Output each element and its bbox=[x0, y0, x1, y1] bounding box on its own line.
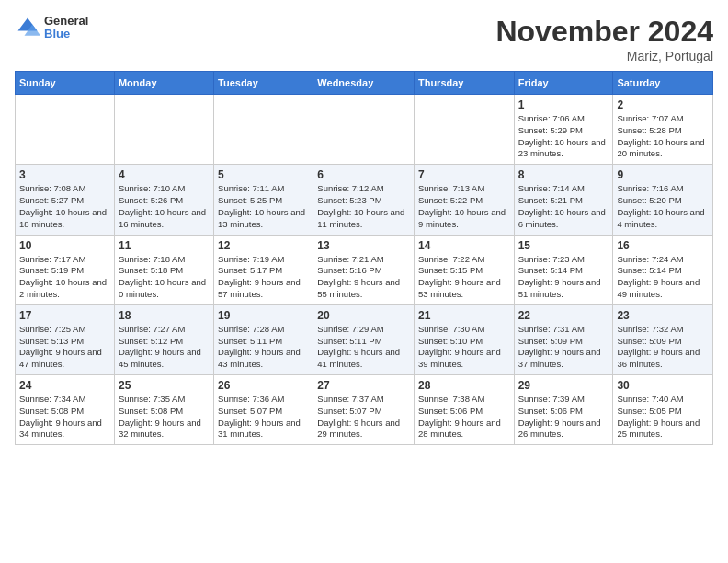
calendar-cell: 22Sunrise: 7:31 AM Sunset: 5:09 PM Dayli… bbox=[514, 304, 613, 374]
location: Mariz, Portugal bbox=[495, 49, 713, 63]
calendar-cell bbox=[214, 95, 313, 165]
day-number: 20 bbox=[317, 309, 410, 322]
day-info: Sunrise: 7:23 AM Sunset: 5:14 PM Dayligh… bbox=[518, 254, 609, 301]
logo-icon bbox=[15, 15, 40, 40]
day-number: 14 bbox=[418, 239, 510, 252]
day-info: Sunrise: 7:18 AM Sunset: 5:18 PM Dayligh… bbox=[119, 254, 210, 301]
calendar-body: 1Sunrise: 7:06 AM Sunset: 5:29 PM Daylig… bbox=[16, 95, 713, 445]
day-number: 29 bbox=[518, 379, 609, 392]
day-number: 6 bbox=[317, 168, 410, 181]
day-info: Sunrise: 7:08 AM Sunset: 5:27 PM Dayligh… bbox=[19, 183, 110, 230]
week-row-1: 1Sunrise: 7:06 AM Sunset: 5:29 PM Daylig… bbox=[16, 95, 713, 165]
day-number: 5 bbox=[218, 168, 309, 181]
day-info: Sunrise: 7:07 AM Sunset: 5:28 PM Dayligh… bbox=[617, 113, 709, 160]
calendar-cell: 24Sunrise: 7:34 AM Sunset: 5:08 PM Dayli… bbox=[16, 375, 115, 445]
calendar-cell: 30Sunrise: 7:40 AM Sunset: 5:05 PM Dayli… bbox=[613, 375, 713, 445]
calendar-cell: 11Sunrise: 7:18 AM Sunset: 5:18 PM Dayli… bbox=[114, 235, 213, 304]
calendar-cell: 5Sunrise: 7:11 AM Sunset: 5:25 PM Daylig… bbox=[214, 165, 313, 235]
logo-text: General Blue bbox=[44, 15, 88, 41]
day-number: 23 bbox=[617, 309, 709, 322]
calendar-cell: 15Sunrise: 7:23 AM Sunset: 5:14 PM Dayli… bbox=[514, 235, 613, 304]
calendar-cell: 19Sunrise: 7:28 AM Sunset: 5:11 PM Dayli… bbox=[214, 304, 313, 374]
day-info: Sunrise: 7:17 AM Sunset: 5:19 PM Dayligh… bbox=[19, 254, 110, 301]
day-number: 10 bbox=[19, 239, 110, 252]
day-info: Sunrise: 7:16 AM Sunset: 5:20 PM Dayligh… bbox=[617, 183, 709, 230]
calendar-cell: 27Sunrise: 7:37 AM Sunset: 5:07 PM Dayli… bbox=[313, 375, 415, 445]
calendar-cell: 3Sunrise: 7:08 AM Sunset: 5:27 PM Daylig… bbox=[16, 165, 115, 235]
week-row-4: 17Sunrise: 7:25 AM Sunset: 5:13 PM Dayli… bbox=[16, 304, 713, 374]
day-info: Sunrise: 7:06 AM Sunset: 5:29 PM Dayligh… bbox=[518, 113, 609, 160]
day-number: 1 bbox=[518, 98, 609, 111]
calendar-cell: 28Sunrise: 7:38 AM Sunset: 5:06 PM Dayli… bbox=[414, 375, 514, 445]
weekday-header-thursday: Thursday bbox=[414, 72, 514, 95]
day-info: Sunrise: 7:19 AM Sunset: 5:17 PM Dayligh… bbox=[218, 254, 309, 301]
day-number: 24 bbox=[19, 379, 110, 392]
calendar-cell bbox=[414, 95, 514, 165]
day-number: 13 bbox=[317, 239, 410, 252]
day-info: Sunrise: 7:36 AM Sunset: 5:07 PM Dayligh… bbox=[218, 394, 309, 441]
day-number: 22 bbox=[518, 309, 609, 322]
day-number: 21 bbox=[418, 309, 510, 322]
day-info: Sunrise: 7:31 AM Sunset: 5:09 PM Dayligh… bbox=[518, 324, 609, 371]
day-info: Sunrise: 7:24 AM Sunset: 5:14 PM Dayligh… bbox=[617, 254, 709, 301]
day-info: Sunrise: 7:12 AM Sunset: 5:23 PM Dayligh… bbox=[317, 183, 410, 230]
day-number: 9 bbox=[617, 168, 709, 181]
weekday-header-monday: Monday bbox=[114, 72, 213, 95]
calendar-cell bbox=[114, 95, 213, 165]
day-number: 28 bbox=[418, 379, 510, 392]
day-number: 4 bbox=[119, 168, 210, 181]
calendar-cell: 17Sunrise: 7:25 AM Sunset: 5:13 PM Dayli… bbox=[16, 304, 115, 374]
day-number: 18 bbox=[119, 309, 210, 322]
day-number: 7 bbox=[418, 168, 510, 181]
day-info: Sunrise: 7:28 AM Sunset: 5:11 PM Dayligh… bbox=[218, 324, 309, 371]
day-info: Sunrise: 7:22 AM Sunset: 5:15 PM Dayligh… bbox=[418, 254, 510, 301]
week-row-2: 3Sunrise: 7:08 AM Sunset: 5:27 PM Daylig… bbox=[16, 165, 713, 235]
weekday-header-sunday: Sunday bbox=[16, 72, 115, 95]
calendar-cell: 9Sunrise: 7:16 AM Sunset: 5:20 PM Daylig… bbox=[613, 165, 713, 235]
day-info: Sunrise: 7:39 AM Sunset: 5:06 PM Dayligh… bbox=[518, 394, 609, 441]
title-block: November 2024 Mariz, Portugal bbox=[495, 15, 713, 63]
day-info: Sunrise: 7:27 AM Sunset: 5:12 PM Dayligh… bbox=[119, 324, 210, 371]
calendar-cell: 10Sunrise: 7:17 AM Sunset: 5:19 PM Dayli… bbox=[16, 235, 115, 304]
calendar-cell bbox=[16, 95, 115, 165]
calendar-table: SundayMondayTuesdayWednesdayThursdayFrid… bbox=[15, 71, 713, 445]
calendar-cell bbox=[313, 95, 415, 165]
calendar-cell: 21Sunrise: 7:30 AM Sunset: 5:10 PM Dayli… bbox=[414, 304, 514, 374]
day-number: 3 bbox=[19, 168, 110, 181]
calendar-cell: 6Sunrise: 7:12 AM Sunset: 5:23 PM Daylig… bbox=[313, 165, 415, 235]
day-number: 26 bbox=[218, 379, 309, 392]
weekday-header-friday: Friday bbox=[514, 72, 613, 95]
day-number: 30 bbox=[617, 379, 709, 392]
day-info: Sunrise: 7:35 AM Sunset: 5:08 PM Dayligh… bbox=[119, 394, 210, 441]
day-info: Sunrise: 7:38 AM Sunset: 5:06 PM Dayligh… bbox=[418, 394, 510, 441]
day-info: Sunrise: 7:32 AM Sunset: 5:09 PM Dayligh… bbox=[617, 324, 709, 371]
calendar-cell: 1Sunrise: 7:06 AM Sunset: 5:29 PM Daylig… bbox=[514, 95, 613, 165]
weekday-header-wednesday: Wednesday bbox=[313, 72, 415, 95]
calendar-cell: 26Sunrise: 7:36 AM Sunset: 5:07 PM Dayli… bbox=[214, 375, 313, 445]
day-info: Sunrise: 7:29 AM Sunset: 5:11 PM Dayligh… bbox=[317, 324, 410, 371]
day-info: Sunrise: 7:34 AM Sunset: 5:08 PM Dayligh… bbox=[19, 394, 110, 441]
day-info: Sunrise: 7:30 AM Sunset: 5:10 PM Dayligh… bbox=[418, 324, 510, 371]
day-number: 12 bbox=[218, 239, 309, 252]
page-header: General Blue November 2024 Mariz, Portug… bbox=[15, 15, 713, 63]
week-row-3: 10Sunrise: 7:17 AM Sunset: 5:19 PM Dayli… bbox=[16, 235, 713, 304]
day-info: Sunrise: 7:21 AM Sunset: 5:16 PM Dayligh… bbox=[317, 254, 410, 301]
day-number: 27 bbox=[317, 379, 410, 392]
weekday-header-tuesday: Tuesday bbox=[214, 72, 313, 95]
day-info: Sunrise: 7:37 AM Sunset: 5:07 PM Dayligh… bbox=[317, 394, 410, 441]
day-number: 2 bbox=[617, 98, 709, 111]
calendar-cell: 2Sunrise: 7:07 AM Sunset: 5:28 PM Daylig… bbox=[613, 95, 713, 165]
calendar-cell: 18Sunrise: 7:27 AM Sunset: 5:12 PM Dayli… bbox=[114, 304, 213, 374]
calendar-header: SundayMondayTuesdayWednesdayThursdayFrid… bbox=[16, 72, 713, 95]
logo-general: General bbox=[44, 15, 88, 28]
day-number: 17 bbox=[19, 309, 110, 322]
day-info: Sunrise: 7:11 AM Sunset: 5:25 PM Dayligh… bbox=[218, 183, 309, 230]
day-info: Sunrise: 7:13 AM Sunset: 5:22 PM Dayligh… bbox=[418, 183, 510, 230]
logo-blue: Blue bbox=[44, 28, 88, 40]
day-info: Sunrise: 7:14 AM Sunset: 5:21 PM Dayligh… bbox=[518, 183, 609, 230]
day-number: 19 bbox=[218, 309, 309, 322]
day-info: Sunrise: 7:10 AM Sunset: 5:26 PM Dayligh… bbox=[119, 183, 210, 230]
calendar-cell: 16Sunrise: 7:24 AM Sunset: 5:14 PM Dayli… bbox=[613, 235, 713, 304]
month-title: November 2024 bbox=[495, 15, 713, 49]
calendar-cell: 23Sunrise: 7:32 AM Sunset: 5:09 PM Dayli… bbox=[613, 304, 713, 374]
